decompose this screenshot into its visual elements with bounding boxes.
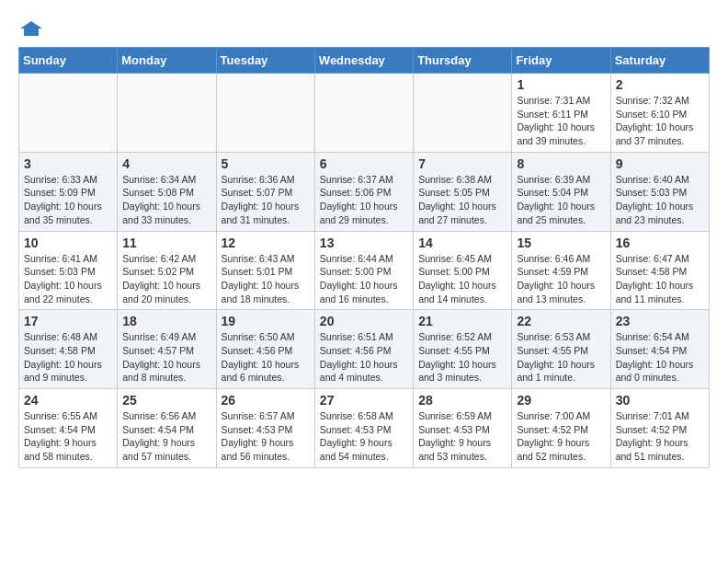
day-number: 8 <box>517 156 605 171</box>
calendar-cell: 12Sunrise: 6:43 AM Sunset: 5:01 PM Dayli… <box>216 231 314 310</box>
calendar-cell: 19Sunrise: 6:50 AM Sunset: 4:56 PM Dayli… <box>216 310 314 389</box>
day-number: 29 <box>517 393 605 408</box>
day-info: Sunrise: 6:53 AM Sunset: 4:55 PM Dayligh… <box>517 330 605 385</box>
day-number: 26 <box>222 393 310 408</box>
day-info: Sunrise: 7:00 AM Sunset: 4:52 PM Dayligh… <box>517 409 605 464</box>
calendar-cell: 7Sunrise: 6:38 AM Sunset: 5:05 PM Daylig… <box>414 152 512 231</box>
calendar-cell: 23Sunrise: 6:54 AM Sunset: 4:54 PM Dayli… <box>610 310 709 389</box>
calendar-cell: 18Sunrise: 6:49 AM Sunset: 4:57 PM Dayli… <box>118 310 216 389</box>
logo <box>18 18 48 38</box>
day-info: Sunrise: 6:56 AM Sunset: 4:54 PM Dayligh… <box>122 409 210 464</box>
day-header: Wednesday <box>314 48 413 74</box>
day-header: Monday <box>118 48 216 74</box>
day-number: 3 <box>24 156 112 171</box>
day-info: Sunrise: 6:43 AM Sunset: 5:01 PM Dayligh… <box>222 252 310 306</box>
calendar-cell: 5Sunrise: 6:36 AM Sunset: 5:07 PM Daylig… <box>216 152 314 231</box>
day-number: 14 <box>418 236 506 250</box>
calendar-cell: 30Sunrise: 7:01 AM Sunset: 4:52 PM Dayli… <box>610 389 709 468</box>
day-number: 28 <box>418 393 506 408</box>
day-info: Sunrise: 6:36 AM Sunset: 5:07 PM Dayligh… <box>222 173 310 227</box>
day-info: Sunrise: 6:55 AM Sunset: 4:54 PM Dayligh… <box>24 409 112 464</box>
day-info: Sunrise: 6:48 AM Sunset: 4:58 PM Dayligh… <box>24 330 112 385</box>
day-number: 1 <box>517 77 605 92</box>
calendar-week-row: 24Sunrise: 6:55 AM Sunset: 4:54 PM Dayli… <box>19 389 710 468</box>
calendar-cell: 11Sunrise: 6:42 AM Sunset: 5:02 PM Dayli… <box>118 231 216 310</box>
day-info: Sunrise: 6:42 AM Sunset: 5:02 PM Dayligh… <box>122 252 210 306</box>
calendar-cell: 3Sunrise: 6:33 AM Sunset: 5:09 PM Daylig… <box>19 152 118 231</box>
day-info: Sunrise: 6:58 AM Sunset: 4:53 PM Dayligh… <box>320 409 408 464</box>
day-number: 23 <box>616 314 704 328</box>
day-number: 27 <box>320 393 408 408</box>
day-header: Sunday <box>19 48 118 74</box>
calendar-cell: 14Sunrise: 6:45 AM Sunset: 5:00 PM Dayli… <box>414 231 512 310</box>
day-number: 2 <box>616 77 704 92</box>
calendar-cell: 9Sunrise: 6:40 AM Sunset: 5:03 PM Daylig… <box>610 152 709 231</box>
day-number: 18 <box>122 314 210 328</box>
day-info: Sunrise: 6:51 AM Sunset: 4:56 PM Dayligh… <box>320 330 408 385</box>
day-info: Sunrise: 6:59 AM Sunset: 4:53 PM Dayligh… <box>418 409 506 464</box>
day-header: Thursday <box>414 48 512 74</box>
day-info: Sunrise: 6:54 AM Sunset: 4:54 PM Dayligh… <box>616 330 704 385</box>
day-info: Sunrise: 7:32 AM Sunset: 6:10 PM Dayligh… <box>616 94 704 148</box>
calendar-cell: 20Sunrise: 6:51 AM Sunset: 4:56 PM Dayli… <box>314 310 413 389</box>
day-number: 22 <box>517 314 605 328</box>
day-number: 12 <box>222 236 310 250</box>
calendar-cell: 25Sunrise: 6:56 AM Sunset: 4:54 PM Dayli… <box>118 389 216 468</box>
day-info: Sunrise: 6:47 AM Sunset: 4:58 PM Dayligh… <box>616 252 704 306</box>
day-number: 6 <box>320 156 408 171</box>
day-info: Sunrise: 6:41 AM Sunset: 5:03 PM Dayligh… <box>24 252 112 306</box>
day-info: Sunrise: 6:46 AM Sunset: 4:59 PM Dayligh… <box>517 252 605 306</box>
calendar-week-row: 3Sunrise: 6:33 AM Sunset: 5:09 PM Daylig… <box>19 152 710 231</box>
day-info: Sunrise: 6:45 AM Sunset: 5:00 PM Dayligh… <box>418 252 506 306</box>
day-info: Sunrise: 6:37 AM Sunset: 5:06 PM Dayligh… <box>320 173 408 227</box>
day-info: Sunrise: 6:39 AM Sunset: 5:04 PM Dayligh… <box>517 173 605 227</box>
day-number: 15 <box>517 236 605 250</box>
page-header <box>18 18 710 38</box>
calendar-cell <box>19 74 118 153</box>
day-info: Sunrise: 7:01 AM Sunset: 4:52 PM Dayligh… <box>616 409 704 464</box>
day-info: Sunrise: 6:57 AM Sunset: 4:53 PM Dayligh… <box>222 409 310 464</box>
day-header: Tuesday <box>216 48 314 74</box>
calendar-table: SundayMondayTuesdayWednesdayThursdayFrid… <box>18 47 710 468</box>
day-number: 4 <box>122 156 210 171</box>
day-info: Sunrise: 6:49 AM Sunset: 4:57 PM Dayligh… <box>122 330 210 385</box>
day-header: Saturday <box>610 48 709 74</box>
day-info: Sunrise: 6:34 AM Sunset: 5:08 PM Dayligh… <box>122 173 210 227</box>
day-number: 13 <box>320 236 408 250</box>
day-number: 11 <box>122 236 210 250</box>
calendar-cell: 24Sunrise: 6:55 AM Sunset: 4:54 PM Dayli… <box>19 389 118 468</box>
calendar-cell: 22Sunrise: 6:53 AM Sunset: 4:55 PM Dayli… <box>512 310 610 389</box>
calendar-body: 1Sunrise: 7:31 AM Sunset: 6:11 PM Daylig… <box>19 74 710 468</box>
calendar-cell: 15Sunrise: 6:46 AM Sunset: 4:59 PM Dayli… <box>512 231 610 310</box>
calendar-cell: 6Sunrise: 6:37 AM Sunset: 5:06 PM Daylig… <box>314 152 413 231</box>
calendar-cell: 2Sunrise: 7:32 AM Sunset: 6:10 PM Daylig… <box>610 74 709 153</box>
calendar-cell: 26Sunrise: 6:57 AM Sunset: 4:53 PM Dayli… <box>216 389 314 468</box>
day-number: 19 <box>222 314 310 328</box>
calendar-cell: 29Sunrise: 7:00 AM Sunset: 4:52 PM Dayli… <box>512 389 610 468</box>
day-number: 21 <box>418 314 506 328</box>
day-info: Sunrise: 6:38 AM Sunset: 5:05 PM Dayligh… <box>418 173 506 227</box>
calendar-cell <box>414 74 512 153</box>
day-number: 24 <box>24 393 112 408</box>
calendar-cell: 21Sunrise: 6:52 AM Sunset: 4:55 PM Dayli… <box>414 310 512 389</box>
logo-icon <box>18 19 44 38</box>
day-number: 7 <box>418 156 506 171</box>
calendar-week-row: 17Sunrise: 6:48 AM Sunset: 4:58 PM Dayli… <box>19 310 710 389</box>
calendar-cell: 28Sunrise: 6:59 AM Sunset: 4:53 PM Dayli… <box>414 389 512 468</box>
calendar-cell: 13Sunrise: 6:44 AM Sunset: 5:00 PM Dayli… <box>314 231 413 310</box>
day-number: 10 <box>24 236 112 250</box>
day-header: Friday <box>512 48 610 74</box>
day-info: Sunrise: 6:44 AM Sunset: 5:00 PM Dayligh… <box>320 252 408 306</box>
calendar-cell: 1Sunrise: 7:31 AM Sunset: 6:11 PM Daylig… <box>512 74 610 153</box>
day-number: 9 <box>616 156 704 171</box>
calendar-week-row: 10Sunrise: 6:41 AM Sunset: 5:03 PM Dayli… <box>19 231 710 310</box>
calendar-cell <box>118 74 216 153</box>
day-number: 30 <box>616 393 704 408</box>
day-number: 20 <box>320 314 408 328</box>
calendar-cell <box>216 74 314 153</box>
day-number: 25 <box>122 393 210 408</box>
calendar-cell: 8Sunrise: 6:39 AM Sunset: 5:04 PM Daylig… <box>512 152 610 231</box>
calendar-header-row: SundayMondayTuesdayWednesdayThursdayFrid… <box>19 48 710 74</box>
day-info: Sunrise: 6:50 AM Sunset: 4:56 PM Dayligh… <box>222 330 310 385</box>
calendar-week-row: 1Sunrise: 7:31 AM Sunset: 6:11 PM Daylig… <box>19 74 710 153</box>
